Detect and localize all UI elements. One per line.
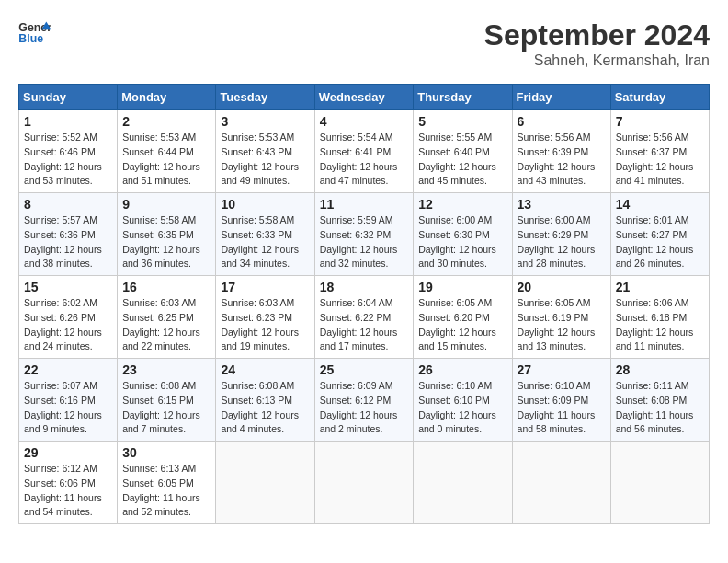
calendar-cell: 19Sunrise: 6:05 AM Sunset: 6:20 PM Dayli… <box>414 276 512 359</box>
calendar-cell: 30Sunrise: 6:13 AM Sunset: 6:05 PM Dayli… <box>118 442 216 524</box>
day-info: Sunrise: 5:56 AM Sunset: 6:39 PM Dayligh… <box>518 131 606 189</box>
weekday-tuesday: Tuesday <box>216 85 314 110</box>
header: General Blue September 2024 Sahneh, Kerm… <box>18 18 710 69</box>
day-info: Sunrise: 6:08 AM Sunset: 6:13 PM Dayligh… <box>221 379 309 437</box>
day-number: 24 <box>221 362 309 377</box>
day-number: 7 <box>616 114 704 129</box>
calendar-cell: 22Sunrise: 6:07 AM Sunset: 6:16 PM Dayli… <box>19 359 118 442</box>
calendar-cell: 6Sunrise: 5:56 AM Sunset: 6:39 PM Daylig… <box>512 110 610 193</box>
calendar-cell <box>512 442 610 524</box>
calendar-cell <box>314 442 414 524</box>
day-number: 27 <box>518 362 606 377</box>
day-number: 2 <box>122 114 210 129</box>
calendar-cell: 4Sunrise: 5:54 AM Sunset: 6:41 PM Daylig… <box>314 110 414 193</box>
calendar-cell: 12Sunrise: 6:00 AM Sunset: 6:30 PM Dayli… <box>414 193 512 276</box>
weekday-saturday: Saturday <box>610 85 709 110</box>
calendar-cell: 17Sunrise: 6:03 AM Sunset: 6:23 PM Dayli… <box>216 276 314 359</box>
day-number: 26 <box>418 362 506 377</box>
week-row-1: 1Sunrise: 5:52 AM Sunset: 6:46 PM Daylig… <box>19 110 710 193</box>
day-info: Sunrise: 6:10 AM Sunset: 6:09 PM Dayligh… <box>518 379 606 437</box>
day-number: 9 <box>122 197 210 212</box>
day-number: 28 <box>616 362 704 377</box>
logo-icon: General Blue <box>18 18 51 46</box>
weekday-thursday: Thursday <box>414 85 512 110</box>
day-number: 16 <box>122 280 210 294</box>
calendar-cell: 21Sunrise: 6:06 AM Sunset: 6:18 PM Dayli… <box>610 276 709 359</box>
day-number: 11 <box>320 197 409 212</box>
calendar-cell: 2Sunrise: 5:53 AM Sunset: 6:44 PM Daylig… <box>118 110 216 193</box>
day-number: 3 <box>221 114 309 129</box>
day-info: Sunrise: 5:58 AM Sunset: 6:35 PM Dayligh… <box>122 213 210 271</box>
calendar-cell: 16Sunrise: 6:03 AM Sunset: 6:25 PM Dayli… <box>118 276 216 359</box>
day-info: Sunrise: 6:03 AM Sunset: 6:25 PM Dayligh… <box>122 296 210 354</box>
day-number: 22 <box>24 362 112 377</box>
calendar-cell: 28Sunrise: 6:11 AM Sunset: 6:08 PM Dayli… <box>610 359 709 442</box>
weekday-sunday: Sunday <box>19 85 118 110</box>
week-row-2: 8Sunrise: 5:57 AM Sunset: 6:36 PM Daylig… <box>19 193 710 276</box>
weekday-monday: Monday <box>118 85 216 110</box>
svg-text:Blue: Blue <box>18 32 43 45</box>
day-info: Sunrise: 5:55 AM Sunset: 6:40 PM Dayligh… <box>418 131 506 189</box>
day-number: 6 <box>518 114 606 129</box>
day-info: Sunrise: 6:03 AM Sunset: 6:23 PM Dayligh… <box>221 296 309 354</box>
calendar-cell: 20Sunrise: 6:05 AM Sunset: 6:19 PM Dayli… <box>512 276 610 359</box>
day-info: Sunrise: 5:58 AM Sunset: 6:33 PM Dayligh… <box>221 213 309 271</box>
weekday-wednesday: Wednesday <box>314 85 414 110</box>
day-number: 5 <box>418 114 506 129</box>
calendar-cell: 11Sunrise: 5:59 AM Sunset: 6:32 PM Dayli… <box>314 193 414 276</box>
day-number: 17 <box>221 280 309 294</box>
calendar-cell: 13Sunrise: 6:00 AM Sunset: 6:29 PM Dayli… <box>512 193 610 276</box>
day-number: 1 <box>24 114 112 129</box>
day-info: Sunrise: 5:53 AM Sunset: 6:44 PM Dayligh… <box>122 131 210 189</box>
calendar-cell: 1Sunrise: 5:52 AM Sunset: 6:46 PM Daylig… <box>19 110 118 193</box>
calendar-cell: 15Sunrise: 6:02 AM Sunset: 6:26 PM Dayli… <box>19 276 118 359</box>
weekday-friday: Friday <box>512 85 610 110</box>
day-info: Sunrise: 6:00 AM Sunset: 6:29 PM Dayligh… <box>518 213 606 271</box>
day-info: Sunrise: 6:11 AM Sunset: 6:08 PM Dayligh… <box>616 379 704 437</box>
day-number: 12 <box>418 197 506 212</box>
weekday-header-row: SundayMondayTuesdayWednesdayThursdayFrid… <box>19 85 710 110</box>
calendar-cell: 7Sunrise: 5:56 AM Sunset: 6:37 PM Daylig… <box>610 110 709 193</box>
day-info: Sunrise: 5:56 AM Sunset: 6:37 PM Dayligh… <box>616 131 704 189</box>
calendar-cell: 23Sunrise: 6:08 AM Sunset: 6:15 PM Dayli… <box>118 359 216 442</box>
calendar-cell: 26Sunrise: 6:10 AM Sunset: 6:10 PM Dayli… <box>414 359 512 442</box>
day-info: Sunrise: 6:00 AM Sunset: 6:30 PM Dayligh… <box>418 213 506 271</box>
calendar-cell <box>216 442 314 524</box>
day-info: Sunrise: 6:05 AM Sunset: 6:19 PM Dayligh… <box>518 296 606 354</box>
day-info: Sunrise: 6:12 AM Sunset: 6:06 PM Dayligh… <box>24 462 112 520</box>
day-number: 13 <box>518 197 606 212</box>
day-info: Sunrise: 6:13 AM Sunset: 6:05 PM Dayligh… <box>122 462 210 520</box>
day-number: 15 <box>24 280 112 294</box>
day-info: Sunrise: 6:06 AM Sunset: 6:18 PM Dayligh… <box>616 296 704 354</box>
day-number: 23 <box>122 362 210 377</box>
calendar-table: SundayMondayTuesdayWednesdayThursdayFrid… <box>18 84 710 524</box>
day-number: 8 <box>24 197 112 212</box>
calendar-cell: 24Sunrise: 6:08 AM Sunset: 6:13 PM Dayli… <box>216 359 314 442</box>
calendar-cell: 25Sunrise: 6:09 AM Sunset: 6:12 PM Dayli… <box>314 359 414 442</box>
day-number: 20 <box>518 280 606 294</box>
calendar-body: 1Sunrise: 5:52 AM Sunset: 6:46 PM Daylig… <box>19 110 710 524</box>
location: Sahneh, Kermanshah, Iran <box>484 52 710 69</box>
day-info: Sunrise: 6:08 AM Sunset: 6:15 PM Dayligh… <box>122 379 210 437</box>
week-row-3: 15Sunrise: 6:02 AM Sunset: 6:26 PM Dayli… <box>19 276 710 359</box>
day-number: 10 <box>221 197 309 212</box>
calendar-cell: 27Sunrise: 6:10 AM Sunset: 6:09 PM Dayli… <box>512 359 610 442</box>
calendar-cell: 5Sunrise: 5:55 AM Sunset: 6:40 PM Daylig… <box>414 110 512 193</box>
day-info: Sunrise: 5:59 AM Sunset: 6:32 PM Dayligh… <box>320 213 409 271</box>
day-number: 19 <box>418 280 506 294</box>
day-info: Sunrise: 6:09 AM Sunset: 6:12 PM Dayligh… <box>320 379 409 437</box>
day-info: Sunrise: 5:52 AM Sunset: 6:46 PM Dayligh… <box>24 131 112 189</box>
day-number: 29 <box>24 445 112 460</box>
day-number: 25 <box>320 362 409 377</box>
calendar-cell: 3Sunrise: 5:53 AM Sunset: 6:43 PM Daylig… <box>216 110 314 193</box>
calendar-cell <box>610 442 709 524</box>
day-info: Sunrise: 6:02 AM Sunset: 6:26 PM Dayligh… <box>24 296 112 354</box>
day-number: 30 <box>122 445 210 460</box>
calendar-cell: 14Sunrise: 6:01 AM Sunset: 6:27 PM Dayli… <box>610 193 709 276</box>
logo: General Blue <box>18 18 51 46</box>
day-number: 21 <box>616 280 704 294</box>
calendar-cell: 29Sunrise: 6:12 AM Sunset: 6:06 PM Dayli… <box>19 442 118 524</box>
title-block: September 2024 Sahneh, Kermanshah, Iran <box>484 18 710 69</box>
calendar-cell: 10Sunrise: 5:58 AM Sunset: 6:33 PM Dayli… <box>216 193 314 276</box>
calendar-cell: 9Sunrise: 5:58 AM Sunset: 6:35 PM Daylig… <box>118 193 216 276</box>
